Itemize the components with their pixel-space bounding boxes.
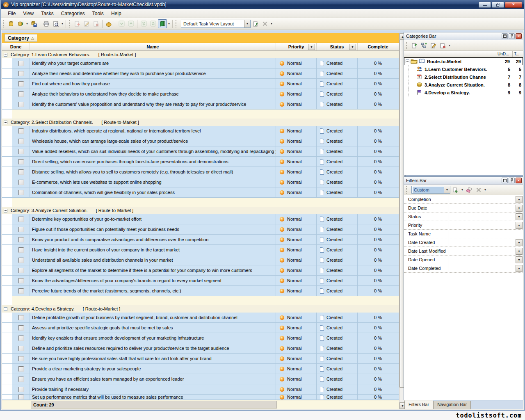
done-checkbox[interactable] [18, 377, 24, 382]
notes-view-icon[interactable] [158, 19, 167, 28]
print-preview-icon[interactable] [51, 19, 60, 28]
done-checkbox[interactable] [18, 81, 24, 87]
layout-combo[interactable]: Default Task View Layout ▼ [181, 20, 251, 28]
filter-value-area[interactable] [448, 212, 516, 221]
filter-dropdown-icon[interactable]: ▼ [516, 239, 523, 246]
column-header-status[interactable]: Status ▼ [317, 43, 358, 50]
done-checkbox[interactable] [18, 227, 24, 232]
task-row[interactable]: Define profitable growth of your busines… [2, 313, 399, 323]
task-row[interactable]: Define and prioritize sales resources re… [2, 343, 399, 354]
column-header-priority[interactable]: Priority ▼ [276, 43, 317, 50]
apply-layout-icon[interactable] [251, 19, 260, 28]
category-group-row[interactable]: Category: 3.Analyze Current Situation. [… [2, 207, 399, 214]
task-row[interactable]: Identify key enablers that ensure smooth… [2, 333, 399, 343]
collapse-icon[interactable] [4, 307, 7, 311]
filter-preset-dropdown-icon[interactable]: ▼ [444, 186, 450, 193]
new-category-icon[interactable] [410, 41, 419, 50]
category-group-row[interactable]: Category: 2.Select Distribution Channels… [2, 119, 399, 126]
collapse-icon[interactable] [4, 209, 7, 212]
move-down-icon[interactable] [117, 19, 126, 28]
filter-preset-combo[interactable]: Custom ▼ [411, 186, 450, 194]
task-row[interactable]: Set up performance metrics that will be … [2, 395, 399, 400]
task-row[interactable]: Know the advantages/differences of your … [2, 276, 399, 286]
task-row[interactable]: Know your product and its comparative ad… [2, 235, 399, 245]
save-filter-caret[interactable]: ▾ [461, 188, 464, 192]
category-group-row[interactable]: Category: 1.Learn Customer Behaviors. [ … [2, 51, 399, 58]
done-checkbox[interactable] [18, 190, 24, 195]
menu-tasks[interactable]: Tasks [37, 9, 57, 18]
task-row[interactable]: Value-added resellers, which can suit in… [2, 146, 399, 157]
done-checkbox[interactable] [18, 366, 24, 372]
filter-value-area[interactable] [448, 256, 516, 264]
delete-category-icon[interactable] [438, 41, 447, 50]
task-row[interactable]: Perceive future trends of the market (cu… [2, 286, 399, 296]
done-checkbox[interactable] [18, 169, 24, 175]
filter-value-area[interactable] [448, 195, 516, 203]
tree-root-row[interactable]: Route-to-Market 29 29 [404, 57, 523, 65]
edit-category-icon[interactable] [429, 41, 438, 50]
restore-button[interactable] [492, 2, 504, 8]
minimize-button[interactable] [479, 2, 491, 8]
done-checkbox[interactable] [18, 278, 24, 283]
filter-value-area[interactable] [448, 247, 516, 255]
priority-filter-dropdown-icon[interactable]: ▼ [308, 44, 315, 50]
done-checkbox[interactable] [18, 356, 24, 361]
filter-dropdown-icon[interactable]: ▼ [516, 213, 523, 220]
filter-value-area[interactable] [448, 221, 516, 229]
done-checkbox[interactable] [18, 139, 24, 144]
filter-dropdown-icon[interactable]: ▼ [516, 256, 523, 263]
tree-category-row[interactable]: 3.Analyze Current Situation. 8 8 [404, 81, 523, 89]
delete-layout-icon[interactable] [260, 19, 269, 28]
collapse-icon[interactable] [4, 121, 7, 124]
task-row[interactable]: Identify the customers' value propositio… [2, 99, 399, 110]
task-row[interactable]: Distance selling, which allows you to se… [2, 167, 399, 177]
tree-category-row[interactable]: 4.Develop a Strategy. 9 9 [404, 89, 523, 96]
done-checkbox[interactable] [18, 217, 24, 222]
group-by-category-chip[interactable]: Category △ [5, 34, 37, 42]
filter-value-area[interactable] [448, 238, 516, 247]
done-checkbox[interactable] [18, 315, 24, 320]
menu-categories[interactable]: Categories [57, 9, 89, 18]
collapse-icon[interactable] [406, 59, 409, 63]
column-header-complete[interactable]: Complete [358, 43, 398, 50]
panel-close-icon[interactable]: × [516, 33, 522, 39]
task-categories-icon[interactable] [104, 19, 113, 28]
tree-column-total[interactable]: T... [512, 51, 523, 57]
done-checkbox[interactable] [18, 71, 24, 76]
move-up-icon[interactable] [126, 19, 135, 28]
panel-restore-icon[interactable] [502, 33, 508, 39]
tree-category-row[interactable]: 1.Learn Customer Behaviors. 5 5 [404, 65, 523, 73]
delete-task-icon[interactable] [91, 19, 100, 28]
filter-dropdown-icon[interactable]: ▼ [516, 222, 523, 229]
task-row[interactable]: Identify who your target customers are N… [2, 58, 399, 68]
done-checkbox[interactable] [18, 180, 24, 185]
move-to-top-icon[interactable] [148, 19, 158, 28]
done-checkbox[interactable] [18, 288, 24, 294]
open-database-icon[interactable] [16, 19, 25, 28]
new-subcategory-icon[interactable] [420, 41, 428, 50]
task-row[interactable]: Analyze their needs and determine whethe… [2, 68, 399, 79]
task-row[interactable]: Wholesale house, which can arrange large… [2, 136, 399, 146]
done-checkbox[interactable] [18, 159, 24, 164]
task-row[interactable]: Be sure you have highly professional sal… [2, 354, 399, 364]
task-row[interactable]: Find out where and how they purchase Nor… [2, 79, 399, 89]
menu-file[interactable]: File [4, 9, 19, 18]
menu-view[interactable]: View [19, 9, 37, 18]
open-database-caret[interactable]: ▾ [25, 22, 29, 25]
done-checkbox[interactable] [18, 336, 24, 341]
panel-pin-icon[interactable] [509, 178, 515, 183]
categories-toolbar-caret[interactable]: ▾ [448, 43, 451, 47]
menu-help[interactable]: Help [107, 9, 125, 18]
done-checkbox[interactable] [18, 247, 24, 253]
add-task-icon[interactable] [73, 19, 82, 28]
done-checkbox[interactable] [18, 128, 24, 134]
task-row[interactable]: Determine key opportunities of your go-t… [2, 214, 399, 224]
status-filter-dropdown-icon[interactable]: ▼ [349, 44, 356, 50]
layout-combo-dropdown-icon[interactable]: ▼ [244, 20, 250, 27]
category-group-row[interactable]: Category: 4.Develop a Strategy. [ Route-… [2, 305, 399, 313]
filters-toolbar-caret[interactable]: ▾ [484, 188, 487, 192]
done-checkbox[interactable] [18, 395, 24, 400]
task-row[interactable]: Ensure you have an efficient sales team … [2, 374, 399, 384]
tree-column-undone[interactable]: UnD... [496, 51, 512, 57]
toolbar-overflow-caret[interactable]: ▾ [270, 22, 273, 25]
